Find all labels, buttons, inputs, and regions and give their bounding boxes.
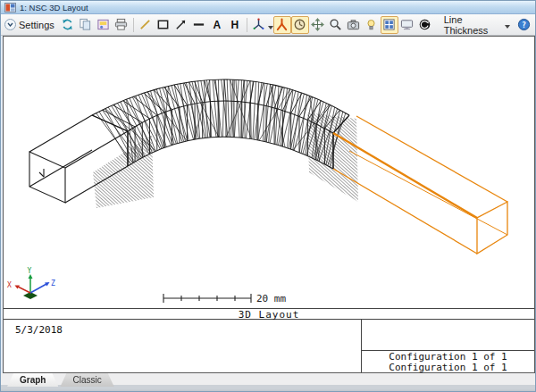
split-window-button[interactable] xyxy=(381,16,398,34)
nsc-3d-layout-window: 1: NSC 3D Layout Settings xyxy=(0,0,536,392)
configuration-cell: Configuration 1 of 1 Configuration 1 of … xyxy=(361,320,534,372)
camera-rotate-icon xyxy=(293,18,306,31)
toolbar-separator xyxy=(133,18,134,32)
print-icon xyxy=(114,18,128,31)
arrow-tool-icon xyxy=(174,18,188,31)
axis-y-label: Y xyxy=(28,267,32,275)
ray-hatch-patches xyxy=(93,113,358,208)
save-image-button[interactable] xyxy=(95,16,113,34)
axis-triad: X Y Z xyxy=(7,267,55,299)
line-thickness-label: Line Thickness xyxy=(444,14,501,36)
dimension-tool-button[interactable]: H xyxy=(226,16,244,34)
axis-z-label: Z xyxy=(51,279,55,288)
record-icon xyxy=(418,18,431,31)
arrow-tool-button[interactable] xyxy=(172,16,190,34)
axis-orientation-icon xyxy=(252,18,265,31)
pan-icon xyxy=(311,18,324,31)
tab-graph[interactable]: Graph xyxy=(7,373,58,387)
exit-box xyxy=(333,116,507,254)
copy-button[interactable] xyxy=(77,16,95,34)
axis-orientation-dropdown-icon[interactable] xyxy=(268,17,273,33)
toolbar: Settings xyxy=(1,14,535,36)
axis-orientation-button[interactable] xyxy=(250,16,268,34)
settings-button[interactable]: Settings xyxy=(4,19,54,30)
help-button[interactable]: ? xyxy=(515,16,532,34)
configuration-line: Configuration 1 of 1 xyxy=(362,352,534,363)
scale-bar-label: 20 mm xyxy=(256,293,286,304)
scale-bar: 20 mm xyxy=(163,293,286,304)
dimension-tool-icon: H xyxy=(230,20,239,30)
configuration-line: Configuration 1 of 1 xyxy=(362,363,534,373)
view-3d-button[interactable] xyxy=(273,16,291,34)
line-tool-icon xyxy=(138,18,152,31)
layout-canvas[interactable]: X Y Z 20 mm 3D Layout 5/3/2018 xyxy=(3,36,535,373)
tab-graph-label: Graph xyxy=(20,375,46,385)
settings-label: Settings xyxy=(19,20,54,30)
refresh-button[interactable] xyxy=(59,16,77,34)
help-icon: ? xyxy=(517,18,531,31)
triad-base xyxy=(23,292,38,299)
monitor-icon xyxy=(400,18,414,31)
camera-rotate-button[interactable] xyxy=(291,16,309,34)
layout-title: 3D Layout xyxy=(4,308,534,320)
annotation-table: 5/3/2018 Configuration 1 of 1 Configurat… xyxy=(4,320,534,372)
date-text: 5/3/2018 xyxy=(15,324,63,336)
line-tool-button[interactable] xyxy=(137,16,155,34)
tab-classic-label: Classic xyxy=(72,375,101,385)
toolbar-separator xyxy=(247,18,247,32)
rectangle-tool-button[interactable] xyxy=(155,16,172,34)
screenshot-button[interactable] xyxy=(345,16,363,34)
date-cell: 5/3/2018 xyxy=(4,320,361,372)
screenshot-icon xyxy=(347,18,360,31)
copy-icon xyxy=(79,18,92,31)
view-tab-bar: Graph Classic xyxy=(1,373,535,392)
rectangle-tool-icon xyxy=(156,18,170,31)
zoom-icon xyxy=(329,18,342,31)
record-button[interactable] xyxy=(416,16,434,34)
window-icon xyxy=(4,3,16,13)
save-image-icon xyxy=(96,18,110,31)
configuration-text-block: Configuration 1 of 1 Configuration 1 of … xyxy=(362,351,534,372)
pan-button[interactable] xyxy=(309,16,327,34)
view-3d-icon xyxy=(275,18,289,31)
split-window-icon xyxy=(382,18,396,31)
svg-text:?: ? xyxy=(521,21,525,29)
refresh-icon xyxy=(61,18,74,31)
axis-x-label: X xyxy=(7,281,12,289)
text-tool-icon: A xyxy=(213,20,221,30)
zoom-button[interactable] xyxy=(327,16,345,34)
dash-tool-icon xyxy=(192,18,205,31)
configuration-cell-empty xyxy=(362,320,534,351)
window-title: 1: NSC 3D Layout xyxy=(20,3,88,13)
dash-tool-button[interactable] xyxy=(190,16,208,34)
lamp-icon xyxy=(364,18,378,31)
settings-chevron-icon xyxy=(4,19,16,30)
print-button[interactable] xyxy=(113,16,130,34)
lamp-button[interactable] xyxy=(363,16,381,34)
tab-classic[interactable]: Classic xyxy=(60,373,113,387)
line-thickness-button[interactable]: Line Thickness xyxy=(440,13,515,38)
text-tool-button[interactable]: A xyxy=(208,16,226,34)
line-thickness-dropdown-icon xyxy=(505,20,510,30)
monitor-button[interactable] xyxy=(398,16,416,34)
